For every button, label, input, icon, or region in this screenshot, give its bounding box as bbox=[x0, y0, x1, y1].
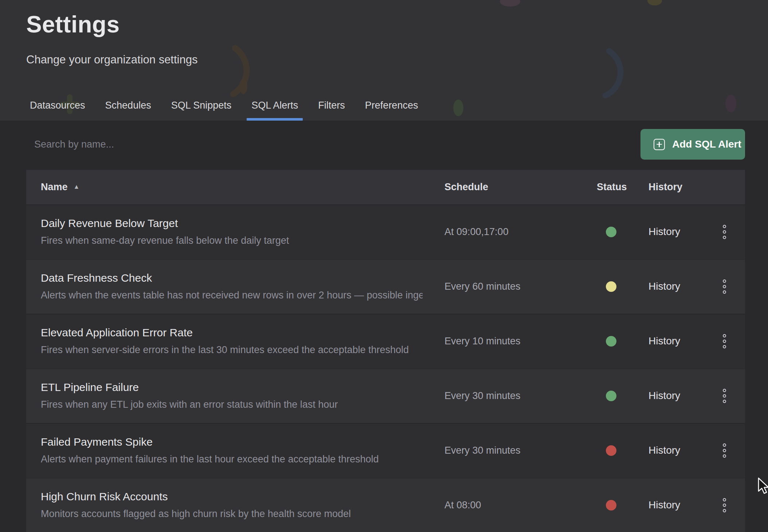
kebab-dot-icon bbox=[723, 290, 726, 294]
alert-schedule: Every 30 minutes bbox=[444, 445, 597, 456]
kebab-dot-icon bbox=[723, 504, 726, 507]
history-link[interactable]: History bbox=[649, 390, 680, 401]
table-row[interactable]: Elevated Application Error Rate Fires wh… bbox=[26, 314, 745, 368]
add-button-label: Add SQL Alert bbox=[672, 138, 741, 150]
status-dot bbox=[606, 445, 616, 456]
kebab-dot-icon bbox=[723, 443, 726, 447]
kebab-dot-icon bbox=[723, 285, 726, 288]
kebab-dot-icon bbox=[723, 236, 726, 239]
alert-schedule: Every 10 minutes bbox=[444, 336, 597, 347]
alert-schedule: Every 30 minutes bbox=[444, 390, 597, 402]
sort-ascending-icon: ▲ bbox=[74, 183, 80, 191]
kebab-dot-icon bbox=[723, 498, 726, 501]
alert-description: Fires when server-side errors in the las… bbox=[41, 344, 423, 356]
alert-name: Data Freshness Check bbox=[41, 271, 423, 285]
column-header-schedule: Schedule bbox=[444, 181, 597, 193]
alert-name: Elevated Application Error Rate bbox=[41, 326, 423, 339]
status-dot bbox=[606, 281, 616, 292]
kebab-menu-button[interactable] bbox=[721, 441, 728, 460]
table-row[interactable]: High Churn Risk Accounts Monitors accoun… bbox=[26, 478, 745, 532]
table-row[interactable]: Daily Revenue Below Target Fires when sa… bbox=[26, 204, 745, 259]
kebab-dot-icon bbox=[723, 400, 726, 403]
kebab-dot-icon bbox=[723, 345, 726, 348]
plus-icon bbox=[654, 139, 665, 150]
table-row[interactable]: ETL Pipeline Failure Fires when any ETL … bbox=[26, 368, 745, 423]
tab-sql-alerts[interactable]: SQL Alerts bbox=[247, 100, 303, 121]
kebab-dot-icon bbox=[723, 509, 726, 512]
alerts-table: Name ▲ Schedule Status History Daily Rev… bbox=[26, 170, 745, 532]
table-row[interactable]: Data Freshness Check Alerts when the eve… bbox=[26, 259, 745, 314]
alert-name: Failed Payments Spike bbox=[41, 435, 423, 449]
kebab-menu-button[interactable] bbox=[721, 223, 728, 241]
kebab-dot-icon bbox=[723, 394, 726, 398]
kebab-menu-button[interactable] bbox=[721, 277, 728, 296]
kebab-dot-icon bbox=[723, 279, 726, 283]
alert-schedule: Every 60 minutes bbox=[444, 281, 597, 292]
column-header-name-label: Name bbox=[41, 181, 68, 193]
status-dot bbox=[606, 500, 616, 511]
column-header-history: History bbox=[649, 181, 721, 193]
history-link[interactable]: History bbox=[649, 499, 680, 511]
status-dot bbox=[606, 336, 616, 347]
table-row[interactable]: Failed Payments Spike Alerts when paymen… bbox=[26, 423, 745, 478]
alert-name: ETL Pipeline Failure bbox=[41, 381, 423, 394]
tab-datasources[interactable]: Datasources bbox=[25, 100, 90, 121]
tab-sql-snippets[interactable]: SQL Snippets bbox=[166, 100, 236, 121]
tab-filters[interactable]: Filters bbox=[313, 100, 350, 121]
page-title: Settings bbox=[26, 11, 119, 38]
tab-preferences[interactable]: Preferences bbox=[360, 100, 423, 121]
column-header-status: Status bbox=[597, 181, 649, 193]
kebab-menu-button[interactable] bbox=[721, 496, 728, 515]
history-link[interactable]: History bbox=[649, 281, 680, 292]
status-dot bbox=[606, 391, 616, 401]
tab-bar: Datasources Schedules SQL Snippets SQL A… bbox=[25, 100, 423, 121]
column-header-name[interactable]: Name ▲ bbox=[41, 181, 444, 193]
table-header-row: Name ▲ Schedule Status History bbox=[26, 170, 745, 204]
tab-schedules[interactable]: Schedules bbox=[101, 100, 156, 121]
alert-schedule: At 09:00,17:00 bbox=[444, 226, 597, 238]
alert-description: Alerts when payment failures in the last… bbox=[41, 453, 423, 466]
page-header: Settings Change your organization settin… bbox=[0, 0, 768, 121]
kebab-dot-icon bbox=[723, 334, 726, 337]
kebab-dot-icon bbox=[723, 454, 726, 458]
alert-schedule: At 08:00 bbox=[444, 500, 597, 511]
kebab-dot-icon bbox=[723, 389, 726, 392]
page-subtitle: Change your organization settings bbox=[26, 53, 197, 66]
alert-name: High Churn Risk Accounts bbox=[41, 490, 423, 503]
content-area: Add SQL Alert Name ▲ Schedule Status His… bbox=[0, 121, 768, 532]
alert-description: Monitors accounts flagged as high churn … bbox=[41, 508, 423, 520]
history-link[interactable]: History bbox=[649, 226, 680, 237]
kebab-dot-icon bbox=[723, 449, 726, 452]
alert-description: Alerts when the events table has not rec… bbox=[41, 289, 423, 302]
kebab-dot-icon bbox=[723, 225, 726, 228]
status-dot bbox=[606, 227, 616, 237]
history-link[interactable]: History bbox=[649, 445, 680, 456]
alert-description: Fires when any ETL job exits with an err… bbox=[41, 399, 423, 411]
kebab-dot-icon bbox=[723, 340, 726, 343]
kebab-menu-button[interactable] bbox=[721, 332, 728, 351]
kebab-menu-button[interactable] bbox=[721, 387, 728, 405]
history-link[interactable]: History bbox=[649, 335, 680, 347]
search-input[interactable] bbox=[26, 129, 463, 159]
alert-description: Fires when same-day revenue falls below … bbox=[41, 235, 423, 247]
kebab-dot-icon bbox=[723, 230, 726, 234]
add-sql-alert-button[interactable]: Add SQL Alert bbox=[640, 129, 745, 160]
alert-name: Daily Revenue Below Target bbox=[41, 217, 423, 230]
